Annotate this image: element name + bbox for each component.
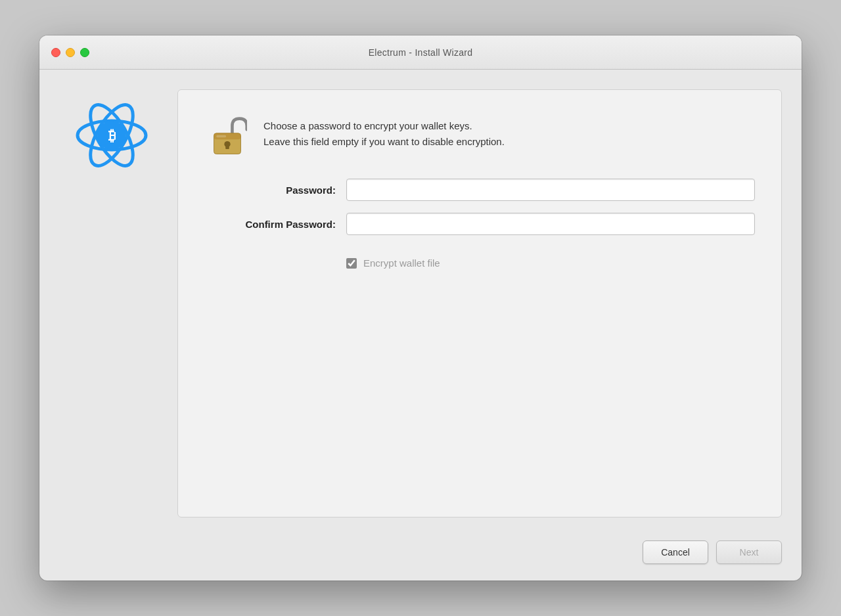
form-section: Password: Confirm Password: Encrypt wall…: [204, 179, 755, 269]
info-row: Choose a password to encrypt your wallet…: [204, 113, 755, 159]
cancel-button[interactable]: Cancel: [643, 540, 708, 564]
encrypt-wallet-label: Encrypt wallet file: [363, 257, 440, 269]
password-row: Password:: [204, 179, 755, 201]
minimize-button[interactable]: [66, 48, 75, 57]
svg-rect-9: [216, 135, 226, 137]
encrypt-wallet-checkbox[interactable]: [346, 258, 357, 269]
footer: Cancel Next: [39, 531, 802, 581]
main-panel: Choose a password to encrypt your wallet…: [177, 89, 782, 517]
svg-rect-8: [225, 144, 229, 148]
maximize-button[interactable]: [80, 48, 89, 57]
password-label: Password:: [204, 185, 336, 196]
confirm-password-input[interactable]: [346, 213, 755, 235]
close-button[interactable]: [51, 48, 60, 57]
electrum-logo: ₿: [72, 96, 151, 175]
sidebar: ₿: [59, 89, 164, 517]
content-area: ₿: [39, 70, 802, 531]
info-line2: Leave this field empty if you want to di…: [263, 134, 505, 150]
info-line1: Choose a password to encrypt your wallet…: [263, 118, 505, 134]
window-controls: [51, 48, 89, 57]
confirm-password-row: Confirm Password:: [204, 213, 755, 235]
lock-icon: [204, 113, 250, 159]
next-button[interactable]: Next: [716, 540, 782, 564]
info-text: Choose a password to encrypt your wallet…: [263, 113, 505, 150]
svg-text:₿: ₿: [108, 127, 116, 144]
encrypt-checkbox-row: Encrypt wallet file: [204, 257, 755, 269]
titlebar-title: Electrum - Install Wizard: [369, 47, 473, 58]
main-window: Electrum - Install Wizard ₿: [39, 35, 802, 581]
titlebar: Electrum - Install Wizard: [39, 35, 802, 70]
password-input[interactable]: [346, 179, 755, 201]
confirm-password-label: Confirm Password:: [204, 219, 336, 230]
